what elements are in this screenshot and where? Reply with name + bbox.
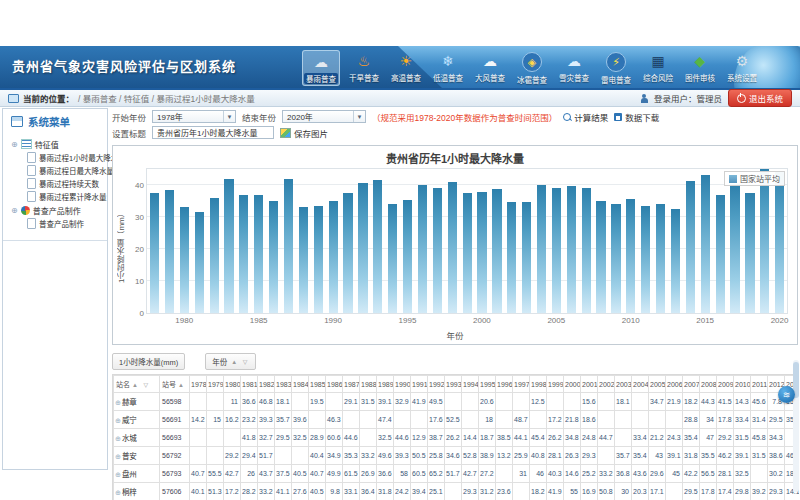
nav-item-system-settings[interactable]: ⚙系统设置	[724, 50, 760, 86]
station-name-cell[interactable]: ⊕威宁	[114, 411, 160, 429]
bar-2001[interactable]	[492, 189, 501, 313]
calculate-button[interactable]: 计算结果	[563, 111, 608, 123]
column-header-year[interactable]: 2002	[598, 376, 615, 393]
bar-2015[interactable]	[701, 175, 710, 313]
nav-item-map-review[interactable]: ◆图件审核	[682, 50, 718, 86]
bar-1990[interactable]	[329, 201, 338, 313]
column-header-year[interactable]: 1999	[547, 376, 564, 393]
sidebar-group-2[interactable]: ⊕普查产品制作	[11, 203, 105, 217]
bar-1986[interactable]	[269, 201, 278, 313]
nav-item-snow[interactable]: ☁雪灾普查	[556, 50, 592, 86]
tree-toggle-icon[interactable]: ⊕	[11, 140, 18, 149]
start-year-select[interactable]: 1978年 ▼	[152, 110, 236, 123]
column-header-year[interactable]: 2004	[632, 376, 649, 393]
sort-filter-icons[interactable]: ▲ ▽	[178, 382, 190, 388]
column-header-year[interactable]: 2001	[581, 376, 598, 393]
bar-2017[interactable]	[730, 184, 739, 313]
chart-legend[interactable]: 国家站平均	[724, 171, 785, 186]
bar-2011[interactable]	[641, 206, 650, 313]
column-header-year[interactable]: 1993	[445, 376, 462, 393]
column-header-year[interactable]: 1996	[496, 376, 513, 393]
bar-2016[interactable]	[716, 195, 725, 313]
column-header-year[interactable]: 2005	[649, 376, 666, 393]
bar-1985[interactable]	[254, 195, 263, 313]
chart-title-input[interactable]	[152, 126, 274, 139]
bar-2008[interactable]	[596, 201, 605, 313]
end-year-select[interactable]: 2020年 ▼	[282, 110, 366, 123]
bar-1997[interactable]	[433, 188, 442, 313]
sidebar-item[interactable]: 普查产品制作	[27, 217, 105, 230]
grid-brand-icon[interactable]: ≋	[778, 386, 795, 403]
column-header-year[interactable]: 1988	[360, 376, 377, 393]
column-header-year[interactable]: 1985	[309, 376, 326, 393]
station-name-cell[interactable]: ⊕赫章	[114, 393, 160, 411]
column-header-year[interactable]: 1978	[190, 376, 207, 393]
column-header-year[interactable]: 1983	[275, 376, 292, 393]
sort-filter-icons[interactable]: ▲ ▽	[132, 382, 150, 388]
column-header-year[interactable]: 1989	[377, 376, 394, 393]
nav-item-wind[interactable]: ☁大风普查	[472, 50, 508, 86]
column-header-year[interactable]: 1980	[224, 376, 241, 393]
bar-1980[interactable]	[180, 207, 189, 313]
column-header-year[interactable]: 1994	[462, 376, 479, 393]
save-image-button[interactable]: 保存图片	[280, 127, 328, 139]
column-header-year[interactable]: 2011	[751, 376, 768, 393]
column-header-year[interactable]: 1992	[428, 376, 445, 393]
bar-1978[interactable]	[150, 193, 159, 313]
station-name-cell[interactable]: ⊕普安	[114, 447, 160, 465]
bar-1988[interactable]	[299, 207, 308, 313]
column-header-year[interactable]: 1997	[513, 376, 530, 393]
column-header-year[interactable]: 1998	[530, 376, 547, 393]
bar-2013[interactable]	[671, 209, 680, 313]
column-header-year[interactable]: 1984	[292, 376, 309, 393]
sidebar-item[interactable]: 暴雨过程持续天数	[27, 177, 105, 190]
bar-2019[interactable]	[760, 169, 769, 313]
bar-1987[interactable]	[284, 179, 293, 313]
bar-1979[interactable]	[165, 190, 174, 313]
station-name-cell[interactable]: ⊕桐梓	[114, 483, 160, 500]
station-name-cell[interactable]: ⊕盘州	[114, 465, 160, 483]
bar-1983[interactable]	[224, 179, 233, 313]
bar-2007[interactable]	[582, 188, 591, 313]
nav-item-rainstorm[interactable]: ☁暴雨普查	[302, 50, 340, 86]
bar-2004[interactable]	[537, 185, 546, 313]
bar-2005[interactable]	[552, 188, 561, 313]
column-header-year[interactable]: 1979	[207, 376, 224, 393]
bar-2020[interactable]	[775, 172, 784, 313]
expand-icon[interactable]: ⊕	[115, 489, 121, 496]
expand-icon[interactable]: ⊕	[115, 453, 121, 460]
nav-item-drought[interactable]: ♨干旱普查	[346, 50, 382, 86]
tree-toggle-icon[interactable]: ⊕	[11, 206, 18, 215]
nav-item-lightning[interactable]: ⚡雷电普查	[598, 50, 634, 86]
bar-1992[interactable]	[358, 183, 367, 313]
nav-item-comprehensive-risk[interactable]: ▦综合风险	[640, 50, 676, 86]
sort-filter-icons[interactable]: ▲ ▽	[231, 358, 249, 365]
bar-1981[interactable]	[195, 212, 204, 313]
column-header-year[interactable]: 2006	[666, 376, 683, 393]
column-field[interactable]: 年份 ▲ ▽	[205, 353, 256, 370]
nav-item-high-temp[interactable]: ☀高温普查	[388, 50, 424, 86]
column-header-站名[interactable]: 站名 ▲ ▽	[114, 376, 160, 393]
station-name-cell[interactable]: ⊕水城	[114, 429, 160, 447]
column-header-year[interactable]: 2007	[683, 376, 700, 393]
column-header-year[interactable]: 2009	[717, 376, 734, 393]
nav-item-low-temp[interactable]: ❄低温普查	[430, 50, 466, 86]
bar-1982[interactable]	[210, 198, 219, 313]
bar-2000[interactable]	[477, 192, 486, 313]
bar-2012[interactable]	[656, 204, 665, 313]
expand-icon[interactable]: ⊕	[115, 417, 121, 424]
bar-2018[interactable]	[745, 193, 754, 313]
sidebar-item[interactable]: 暴雨过程日最大降水量	[27, 164, 105, 177]
bar-1996[interactable]	[418, 185, 427, 313]
bar-2010[interactable]	[626, 199, 635, 313]
download-button[interactable]: 数据下载	[614, 111, 659, 123]
column-header-year[interactable]: 1986	[326, 376, 343, 393]
nav-item-hail[interactable]: ◈冰雹普查	[514, 50, 550, 86]
column-header-year[interactable]: 2008	[700, 376, 717, 393]
expand-icon[interactable]: ⊕	[115, 435, 121, 442]
bar-2002[interactable]	[507, 202, 516, 313]
bar-1994[interactable]	[388, 204, 397, 313]
bar-1999[interactable]	[463, 193, 472, 313]
measure-field[interactable]: 1小时降水量(mm)	[112, 353, 185, 370]
column-header-year[interactable]: 1991	[411, 376, 428, 393]
